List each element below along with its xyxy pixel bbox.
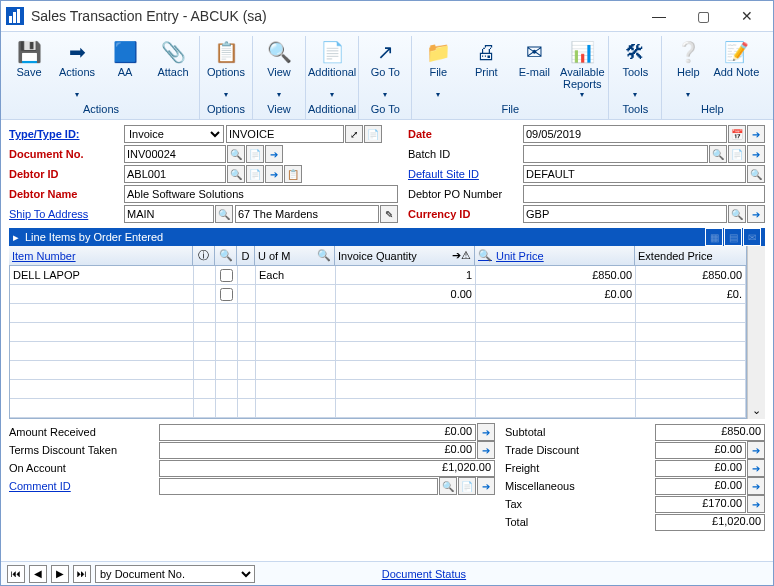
ribbon-print-button[interactable]: 🖨Print: [462, 36, 510, 101]
debtorid-input[interactable]: [124, 165, 226, 183]
docno-lookup-icon[interactable]: 🔍: [227, 145, 245, 163]
ribbon-add-note-button[interactable]: 📝Add Note: [712, 36, 760, 101]
ribbon-additional-button[interactable]: 📄Additional▾: [308, 36, 356, 101]
view-icon: 🔍: [265, 38, 293, 66]
terms-next-icon[interactable]: ➔: [477, 441, 495, 459]
ribbon-options-button[interactable]: 📋Options▾: [202, 36, 250, 101]
terms-value[interactable]: £0.00: [159, 442, 476, 459]
date-input[interactable]: [523, 125, 727, 143]
docno-next-icon[interactable]: ➔: [265, 145, 283, 163]
tax-next-icon[interactable]: ➔: [747, 495, 765, 513]
nav-next-icon[interactable]: ▶: [51, 565, 69, 583]
ribbon-toolbar: 💾Save➡Actions▾🟦AA📎AttachActions📋Options▾…: [1, 31, 773, 120]
table-row[interactable]: DELL LAPOPEach1£850.00£850.00: [10, 266, 746, 285]
calendar-icon[interactable]: 📅: [728, 125, 746, 143]
site-lookup-icon[interactable]: 🔍: [747, 165, 765, 183]
shipto-input[interactable]: [124, 205, 214, 223]
docno-input[interactable]: [124, 145, 226, 163]
comment-label[interactable]: Comment ID: [9, 480, 159, 492]
comment-note-icon[interactable]: 📄: [458, 477, 476, 495]
misc-value[interactable]: £0.00: [655, 478, 746, 495]
type-expand-icon[interactable]: ⤢: [345, 125, 363, 143]
debtorname-input[interactable]: [124, 185, 398, 203]
freight-value[interactable]: £0.00: [655, 460, 746, 477]
ribbon-go-to-button[interactable]: ↗Go To▾: [361, 36, 409, 101]
nav-mode-select[interactable]: by Document No.: [95, 565, 255, 583]
ribbon-available-reports-button[interactable]: 📊Available Reports▾: [558, 36, 606, 101]
grid-title: Line Items by Order Entered: [25, 231, 163, 243]
date-next-icon[interactable]: ➔: [747, 125, 765, 143]
table-row[interactable]: [10, 361, 746, 380]
type-id-input[interactable]: [226, 125, 344, 143]
nav-first-icon[interactable]: ⏮: [7, 565, 25, 583]
ribbon-e-mail-button[interactable]: ✉E-mail: [510, 36, 558, 101]
ribbon-help-button[interactable]: ❔Help▾: [664, 36, 712, 101]
shipto-label[interactable]: Ship To Address: [9, 208, 124, 220]
type-select[interactable]: Invoice: [124, 125, 224, 143]
type-label[interactable]: Type/Type ID:: [9, 128, 124, 140]
grid-opt2-icon[interactable]: ▤: [724, 228, 742, 246]
batch-next-icon[interactable]: ➔: [747, 145, 765, 163]
table-row[interactable]: [10, 323, 746, 342]
grid-opt1-icon[interactable]: ▦: [705, 228, 723, 246]
site-input[interactable]: [523, 165, 746, 183]
row-checkbox[interactable]: [220, 269, 233, 282]
table-row[interactable]: [10, 304, 746, 323]
debtorid-extra-icon[interactable]: 📋: [284, 165, 302, 183]
grid-scrollbar[interactable]: ⌄: [747, 246, 765, 419]
row-checkbox[interactable]: [220, 288, 233, 301]
ribbon-tools-button[interactable]: 🛠Tools▾: [611, 36, 659, 101]
table-row[interactable]: [10, 342, 746, 361]
ribbon-actions-button[interactable]: ➡Actions▾: [53, 36, 101, 101]
comment-lookup-icon[interactable]: 🔍: [439, 477, 457, 495]
nav-prev-icon[interactable]: ◀: [29, 565, 47, 583]
trade-next-icon[interactable]: ➔: [747, 441, 765, 459]
currency-input[interactable]: [523, 205, 727, 223]
col-lookup-icon[interactable]: 🔍: [215, 246, 237, 265]
docno-note-icon[interactable]: 📄: [246, 145, 264, 163]
table-row[interactable]: [10, 399, 746, 418]
site-label[interactable]: Default Site ID: [408, 168, 523, 180]
ribbon-file-button[interactable]: 📁File▾: [414, 36, 462, 101]
debtorid-lookup-icon[interactable]: 🔍: [227, 165, 245, 183]
close-button[interactable]: ✕: [725, 2, 769, 30]
document-status-link[interactable]: Document Status: [382, 568, 466, 580]
debtorid-note-icon[interactable]: 📄: [246, 165, 264, 183]
table-row[interactable]: 0.00£0.00£0.: [10, 285, 746, 304]
comment-value[interactable]: [159, 478, 438, 495]
amtrecv-value[interactable]: £0.00: [159, 424, 476, 441]
comment-next-icon[interactable]: ➔: [477, 477, 495, 495]
batch-note-icon[interactable]: 📄: [728, 145, 746, 163]
currency-next-icon[interactable]: ➔: [747, 205, 765, 223]
tax-value[interactable]: £170.00: [655, 496, 746, 513]
amtrecv-next-icon[interactable]: ➔: [477, 423, 495, 441]
col-info-icon[interactable]: ⓘ: [193, 246, 215, 265]
freight-next-icon[interactable]: ➔: [747, 459, 765, 477]
trade-value[interactable]: £0.00: [655, 442, 746, 459]
table-row[interactable]: [10, 380, 746, 399]
col-d[interactable]: D: [237, 246, 255, 265]
minimize-button[interactable]: —: [637, 2, 681, 30]
shipto-addr-input[interactable]: [235, 205, 379, 223]
scroll-down-icon[interactable]: ⌄: [752, 404, 761, 417]
currency-lookup-icon[interactable]: 🔍: [728, 205, 746, 223]
debtorid-next-icon[interactable]: ➔: [265, 165, 283, 183]
ribbon-attach-button[interactable]: 📎Attach: [149, 36, 197, 101]
batch-input[interactable]: [523, 145, 708, 163]
header-form: Type/Type ID: Invoice ⤢ 📄 Document No. 🔍…: [1, 120, 773, 228]
batch-lookup-icon[interactable]: 🔍: [709, 145, 727, 163]
type-note-icon[interactable]: 📄: [364, 125, 382, 143]
po-input[interactable]: [523, 185, 765, 203]
ribbon-save-button[interactable]: 💾Save: [5, 36, 53, 101]
options-icon: 📋: [212, 38, 240, 66]
shipto-lookup-icon[interactable]: 🔍: [215, 205, 233, 223]
grid-opt3-icon[interactable]: ✉: [743, 228, 761, 246]
shipto-edit-icon[interactable]: ✎: [380, 205, 398, 223]
misc-next-icon[interactable]: ➔: [747, 477, 765, 495]
col-item-number[interactable]: Item Number: [9, 246, 193, 265]
ribbon-aa-button[interactable]: 🟦AA: [101, 36, 149, 101]
nav-last-icon[interactable]: ⏭: [73, 565, 91, 583]
maximize-button[interactable]: ▢: [681, 2, 725, 30]
ribbon-view-button[interactable]: 🔍View▾: [255, 36, 303, 101]
col-unit-price[interactable]: 🔍Unit Price: [475, 246, 635, 265]
